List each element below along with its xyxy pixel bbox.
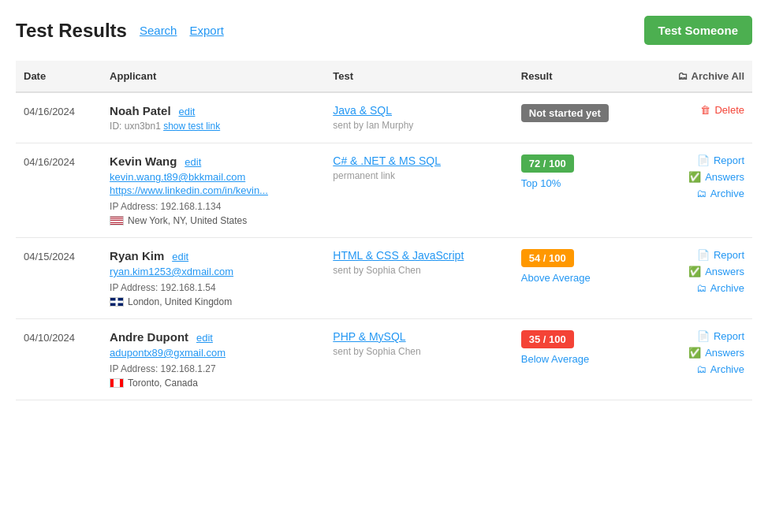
flag-us-icon [110,216,124,225]
applicant-cell: Kevin Wang edit kevin.wang.t89@bkkmail.c… [102,143,325,238]
header-left: Test Results Search Export [16,20,224,42]
date-cell: 04/16/2024 [16,92,102,143]
test-cell: PHP & MySQL sent by Sophia Chen [325,319,513,400]
action-archive-button[interactable]: 🗂 Archive [654,282,744,294]
applicant-id: ID: uxn3bn1 show test link [110,121,317,132]
report-label: Report [714,330,744,342]
result-cell: 35 / 100Below Average [513,319,646,400]
action-report-button[interactable]: 📄 Report [654,154,744,166]
report-icon: 📄 [697,249,710,261]
result-label: Top 10% [521,177,638,189]
actions-cell: 📄 Report ✅ Answers 🗂 Archive [646,143,752,238]
test-name-link[interactable]: C# & .NET & MS SQL [333,154,441,167]
table-header-row: Date Applicant Test Result 🗂 Archive All [16,61,752,92]
applicant-name: Ryan Kim [110,249,164,262]
applicant-location: New York, NY, United States [110,215,317,226]
action-archive-button[interactable]: 🗂 Archive [654,188,744,199]
actions-cell: 🗑 Delete [646,92,752,143]
answers-icon: ✅ [688,347,701,359]
col-date: Date [16,61,102,92]
applicant-cell: Andre Dupont edit adupontx89@gxmail.comI… [102,319,325,400]
test-name-link[interactable]: PHP & MySQL [333,330,405,343]
action-archive-button[interactable]: 🗂 Archive [654,363,744,375]
answers-icon: ✅ [688,171,701,183]
actions-cell: 📄 Report ✅ Answers 🗂 Archive [646,319,752,400]
col-result: Result [513,61,646,92]
applicant-location: London, United Kingdom [110,296,317,307]
edit-link[interactable]: edit [185,156,201,168]
applicant-ip: IP Address: 192.168.1.27 [110,363,317,374]
answers-label: Answers [705,171,744,183]
test-someone-button[interactable]: Test Someone [644,16,752,45]
table-row: 04/16/2024 Noah Patel edit ID: uxn3bn1 s… [16,92,752,143]
edit-link[interactable]: edit [172,251,188,262]
applicant-name: Noah Patel [110,104,171,117]
archive-icon: 🗂 [696,363,706,375]
action-report-button[interactable]: 📄 Report [654,249,744,261]
result-badge: 54 / 100 [521,249,574,267]
applicant-name-row: Ryan Kim edit [110,249,317,262]
test-name-link[interactable]: HTML & CSS & JavaScript [333,249,464,262]
answers-icon: ✅ [688,266,701,277]
result-badge: Not started yet [521,104,609,122]
archive-all-label: Archive All [692,70,744,82]
action-answers-button[interactable]: ✅ Answers [654,266,744,277]
actions-cell: 📄 Report ✅ Answers 🗂 Archive [646,238,752,319]
table-row: 04/10/2024 Andre Dupont edit adupontx89@… [16,319,752,400]
search-link[interactable]: Search [140,24,177,37]
test-cell: Java & SQL sent by Ian Murphy [325,92,513,143]
report-label: Report [714,249,744,261]
report-label: Report [714,154,744,166]
applicant-email[interactable]: ryan.kim1253@xdmail.com [110,266,317,277]
edit-link[interactable]: edit [179,106,196,117]
applicant-name: Kevin Wang [110,154,177,168]
archive-icon: 🗂 [677,70,688,82]
archive-label: Archive [710,363,744,375]
applicant-cell: Ryan Kim edit ryan.kim1253@xdmail.comIP … [102,238,325,319]
result-badge: 35 / 100 [521,330,574,348]
test-sent-by: sent by Ian Murphy [333,120,505,131]
action-delete-button[interactable]: 🗑 Delete [654,104,744,116]
test-sent-by: permanent link [333,170,505,181]
applicant-name: Andre Dupont [110,330,188,344]
archive-icon: 🗂 [696,188,706,199]
applicant-linkedin[interactable]: https://www.linkedin.com/in/kevin... [110,184,317,196]
answers-label: Answers [705,347,744,359]
action-answers-button[interactable]: ✅ Answers [654,171,744,183]
applicant-ip: IP Address: 192.168.1.54 [110,282,317,293]
test-name-link[interactable]: Java & SQL [333,104,392,117]
applicant-email[interactable]: kevin.wang.t89@bkkmail.com [110,171,317,183]
applicant-location: Toronto, Canada [110,378,317,389]
applicant-name-row: Andre Dupont edit [110,330,317,344]
test-sent-by: sent by Sophia Chen [333,265,505,276]
archive-all-button[interactable]: 🗂 Archive All [654,70,744,82]
result-label: Above Average [521,272,638,284]
page-header: Test Results Search Export Test Someone [16,16,752,45]
test-cell: C# & .NET & MS SQL permanent link [325,143,513,238]
col-applicant: Applicant [102,61,325,92]
test-cell: HTML & CSS & JavaScript sent by Sophia C… [325,238,513,319]
archive-label: Archive [710,188,744,199]
edit-link[interactable]: edit [196,332,213,344]
result-cell: 72 / 100Top 10% [513,143,646,238]
archive-icon: 🗂 [696,282,706,294]
applicant-email[interactable]: adupontx89@gxmail.com [110,347,317,359]
report-icon: 📄 [697,330,710,342]
flag-gb-icon [110,297,124,307]
answers-label: Answers [705,266,744,277]
applicant-cell: Noah Patel edit ID: uxn3bn1 show test li… [102,92,325,143]
report-icon: 📄 [697,154,710,166]
show-test-link[interactable]: show test link [163,121,220,132]
col-actions: 🗂 Archive All [646,61,752,92]
date-cell: 04/10/2024 [16,319,102,400]
table-row: 04/16/2024 Kevin Wang edit kevin.wang.t8… [16,143,752,238]
table-row: 04/15/2024 Ryan Kim edit ryan.kim1253@xd… [16,238,752,319]
export-link[interactable]: Export [189,24,223,37]
action-report-button[interactable]: 📄 Report [654,330,744,342]
test-sent-by: sent by Sophia Chen [333,346,505,357]
archive-label: Archive [710,282,744,294]
action-answers-button[interactable]: ✅ Answers [654,347,744,359]
flag-ca-icon [110,378,124,388]
col-test: Test [325,61,513,92]
result-cell: 54 / 100Above Average [513,238,646,319]
